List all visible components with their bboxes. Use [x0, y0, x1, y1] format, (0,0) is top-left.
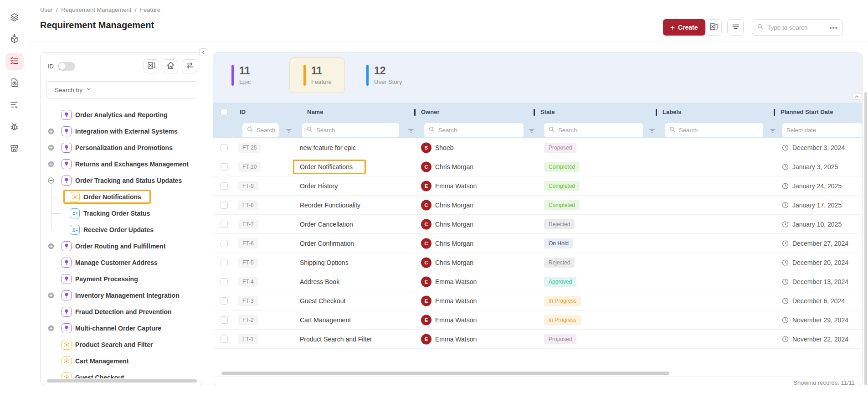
stat-card-user-story[interactable]: 12User Story — [366, 57, 402, 93]
create-button[interactable]: + Create — [663, 19, 705, 36]
row-checkbox[interactable] — [221, 278, 228, 285]
tree-home-button[interactable] — [163, 59, 178, 73]
tree-excel-export-button[interactable] — [144, 59, 159, 73]
collapse-header-button[interactable] — [853, 93, 861, 100]
sidebar-requirements-button[interactable] — [5, 53, 24, 70]
page-vertical-scrollbar[interactable] — [864, 92, 867, 385]
row-checkbox[interactable] — [221, 297, 228, 305]
row-checkbox[interactable] — [221, 221, 228, 228]
table-row[interactable]: FT-7Order CancellationCChris MorganRejec… — [213, 215, 862, 234]
id-toggle[interactable] — [58, 62, 75, 71]
panel-collapse-button[interactable] — [199, 48, 207, 56]
table-row[interactable]: FT-3Guest CheckoutEEmma WatsonIn Progres… — [213, 291, 862, 310]
row-checkbox[interactable] — [221, 240, 228, 247]
filter-icon[interactable] — [528, 127, 535, 134]
epic-icon — [62, 323, 72, 333]
excel-export-button[interactable] — [705, 19, 722, 36]
table-row[interactable]: FT-8Reorder FunctionalityCChris MorganCo… — [213, 196, 862, 215]
column-search-input-id[interactable] — [257, 127, 275, 134]
row-checkbox[interactable] — [221, 202, 228, 209]
table-row[interactable]: FT-9Order HistoryEEmma WatsonCompletedJa… — [213, 176, 862, 196]
cell-name[interactable]: Address Book — [300, 278, 339, 285]
sidebar-release-button[interactable] — [5, 31, 24, 48]
more-options-icon[interactable]: ••• — [829, 24, 838, 31]
tree-item-label[interactable]: Cart Management — [75, 357, 128, 365]
table-row[interactable]: FT-1Product Search and FilterEEmma Watso… — [213, 330, 862, 349]
select-all-checkbox[interactable] — [221, 109, 228, 116]
expand-icon[interactable] — [47, 243, 55, 250]
tree-item-label[interactable]: Product Search and Filter — [75, 341, 153, 348]
tree-item-label[interactable]: Payment Processing — [75, 275, 138, 283]
cell-name[interactable]: Order History — [300, 182, 338, 190]
epic-icon — [62, 274, 72, 284]
column-search-input-owner[interactable] — [438, 127, 519, 134]
table-row[interactable]: FT-5Shipping OptionsCChris MorganRejecte… — [213, 253, 862, 272]
row-checkbox[interactable] — [221, 182, 228, 190]
tree-item-label[interactable]: Manage Customer Address — [75, 259, 158, 266]
row-checkbox[interactable] — [221, 144, 228, 151]
breadcrumb-item-feature[interactable]: Feature — [140, 6, 160, 13]
tree-item-label[interactable]: Order Routing and Fulfillment — [75, 243, 165, 250]
sidebar-layers-button[interactable] — [5, 9, 24, 26]
filter-icon[interactable] — [648, 127, 656, 134]
tree-horizontal-scrollbar[interactable] — [47, 379, 197, 383]
cell-name[interactable]: Reorder Functionality — [300, 202, 360, 209]
tree-item-label[interactable]: Order Tracking and Status Updates — [75, 177, 182, 184]
cell-name[interactable]: Product Search and Filter — [300, 336, 372, 343]
filter-icon[interactable] — [285, 127, 293, 134]
tree-item-label[interactable]: Inventory Management Integration — [75, 292, 180, 299]
filter-icon[interactable] — [769, 127, 776, 134]
cell-name[interactable]: new feature for epic — [300, 144, 356, 151]
collapse-icon[interactable] — [47, 177, 55, 184]
sidebar-bug-button[interactable] — [5, 119, 24, 136]
table-row[interactable]: FT-4Address BookEEmma WatsonApprovedDece… — [213, 272, 862, 291]
search-by-dropdown[interactable]: Search by — [46, 82, 100, 98]
cell-name[interactable]: Shipping Options — [300, 259, 349, 266]
filter-lines-button[interactable] — [727, 19, 744, 36]
cell-name[interactable]: Guest Checkout — [300, 297, 345, 305]
table-row[interactable]: FT-6Order ConfirmationCChris MorganOn Ho… — [213, 234, 862, 253]
tree-item-label[interactable]: Multi-channel Order Capture — [75, 325, 161, 332]
tree-item-label[interactable]: Order Analytics and Reporting — [75, 111, 168, 119]
row-checkbox[interactable] — [221, 316, 228, 324]
table-row[interactable]: FT-2Cart ManagementEEmma WatsonIn Progre… — [213, 310, 862, 330]
row-checkbox[interactable] — [221, 163, 228, 171]
column-search-input-state[interactable] — [558, 127, 639, 134]
tree-item-label[interactable]: Returns and Exchanges Management — [75, 160, 189, 168]
tree-item-label[interactable]: Personalization and Promotions — [75, 144, 173, 151]
row-checkbox[interactable] — [221, 259, 228, 266]
stat-card-epic[interactable]: 11Epic — [231, 57, 251, 93]
cell-name[interactable]: Order Confirmation — [300, 240, 354, 247]
column-search-input-name[interactable] — [316, 127, 395, 134]
filter-icon[interactable] — [407, 127, 415, 134]
expand-icon[interactable] — [47, 160, 55, 168]
column-search-input-labels[interactable] — [679, 127, 759, 134]
expand-icon[interactable] — [47, 325, 55, 332]
expand-icon[interactable] — [47, 144, 55, 151]
row-checkbox[interactable] — [221, 336, 228, 343]
tree-item-label[interactable]: Guest Checkout — [75, 374, 124, 378]
tree-search-input[interactable] — [100, 82, 198, 98]
table-horizontal-scrollbar[interactable] — [221, 372, 669, 375]
tree-item-label[interactable]: Receive Order Updates — [83, 226, 154, 233]
cell-name[interactable]: Cart Management — [300, 316, 351, 324]
stat-card-feature[interactable]: 11Feature — [289, 57, 345, 93]
cell-name[interactable]: Order Cancellation — [300, 221, 353, 228]
date-input[interactable] — [786, 127, 858, 134]
sidebar-backlog-button[interactable] — [5, 97, 24, 114]
tree-item-label[interactable]: Fraud Detection and Prevention — [75, 308, 172, 315]
table-row[interactable]: FT-25new feature for epicSShoebProposedD… — [213, 138, 862, 157]
tree-item-label[interactable]: Tracking Order Status — [83, 210, 150, 217]
tree-item-label[interactable]: Order Notifications — [83, 193, 141, 201]
table-row[interactable]: FT-10Order NotificationsCChris MorganCom… — [213, 157, 862, 176]
tree-swap-button[interactable] — [182, 59, 197, 73]
sidebar-store-button[interactable] — [5, 140, 24, 158]
tree-item-label[interactable]: Integration with External Systems — [75, 128, 178, 135]
global-search-input[interactable] — [767, 24, 826, 31]
cell-name[interactable]: Order Notifications — [300, 163, 353, 171]
sidebar-file-history-button[interactable] — [5, 75, 24, 92]
breadcrumb-item-requirement-management[interactable]: Requirement Management — [61, 6, 131, 13]
expand-icon[interactable] — [47, 128, 55, 135]
expand-icon[interactable] — [47, 292, 55, 299]
breadcrumb-item-user[interactable]: User — [40, 6, 52, 13]
